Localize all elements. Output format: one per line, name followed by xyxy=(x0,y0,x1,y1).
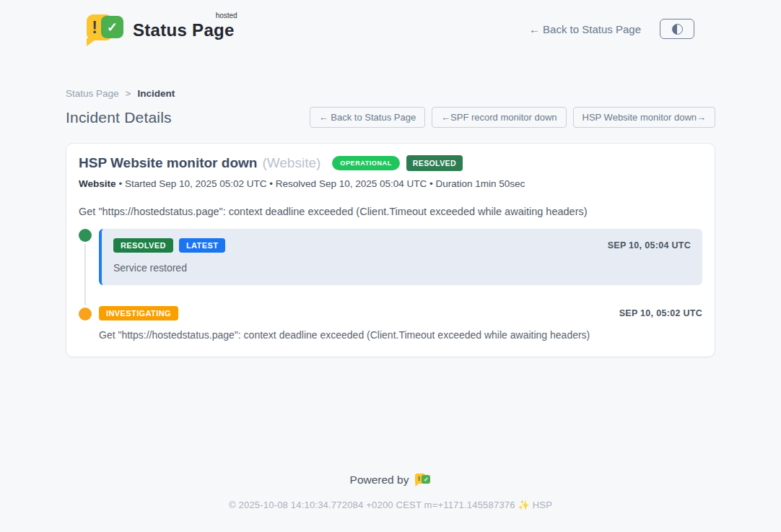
page-title: Incident Details xyxy=(66,109,172,126)
incident-service-name: Website xyxy=(79,178,116,189)
incident-nav-buttons: ← Back to Status Page ←SPF record monito… xyxy=(310,107,715,128)
theme-toggle-button[interactable] xyxy=(660,19,694,39)
powered-by-label: Powered by xyxy=(350,474,409,487)
timeline-item-resolved: RESOLVED LATEST SEP 10, 05:04 UTC Servic… xyxy=(79,229,702,285)
timeline-dot-column xyxy=(79,306,92,320)
copyright-text: © 2025-10-08 14:10:34.772084 +0200 CEST … xyxy=(0,500,781,510)
breadcrumb-status-page[interactable]: Status Page xyxy=(66,88,119,99)
header: ! ✓ Status Page hosted ← Back to Status … xyxy=(0,0,781,48)
timeline-highlighted-box: RESOLVED LATEST SEP 10, 05:04 UTC Servic… xyxy=(99,229,702,285)
header-actions: ← Back to Status Page xyxy=(529,19,694,39)
timeline-badge-row: INVESTIGATING SEP 10, 05:02 UTC xyxy=(99,306,702,320)
breadcrumb-incident: Incident xyxy=(137,88,175,99)
brand-name: Status Page xyxy=(133,20,235,40)
timeline-timestamp: SEP 10, 05:02 UTC xyxy=(619,308,702,318)
breadcrumb-separator: > xyxy=(126,88,131,99)
timeline-dot-column xyxy=(79,229,92,242)
incident-meta: Website• Started Sep 10, 2025 05:02 UTC … xyxy=(79,178,702,189)
timeline-message: Service restored xyxy=(113,262,691,274)
brand-logo[interactable]: ! ✓ Status Page hosted xyxy=(87,12,235,46)
timeline-timestamp: SEP 10, 05:04 UTC xyxy=(608,240,691,250)
timeline-entry-content: RESOLVED LATEST SEP 10, 05:04 UTC Servic… xyxy=(99,229,702,285)
incident-card: HSP Website monitor down (Website) OPERA… xyxy=(66,143,715,357)
statuspage-logo-icon[interactable]: ! ✓ xyxy=(415,472,431,487)
incident-meta-details: • Started Sep 10, 2025 05:02 UTC • Resol… xyxy=(119,178,525,189)
previous-incident-button[interactable]: ←SPF record monitor down xyxy=(432,107,566,128)
exclamation-icon: ! xyxy=(416,474,422,484)
checkmark-icon: ✓ xyxy=(101,16,123,38)
timeline-dot-orange xyxy=(79,308,92,320)
next-incident-button[interactable]: HSP Website monitor down→ xyxy=(573,107,715,128)
checkmark-icon: ✓ xyxy=(422,475,430,484)
investigating-badge: INVESTIGATING xyxy=(99,306,178,320)
contrast-half-circle-icon xyxy=(672,24,683,35)
resolved-status-badge: RESOLVED xyxy=(406,155,463,171)
latest-badge: LATEST xyxy=(179,238,225,253)
powered-by-row: Powered by ! ✓ xyxy=(0,472,781,487)
exclamation-icon: ! xyxy=(88,14,101,40)
incident-title-row: HSP Website monitor down (Website) OPERA… xyxy=(79,155,702,171)
brand-superscript: hosted xyxy=(216,12,237,19)
incident-title: HSP Website monitor down xyxy=(79,155,257,171)
footer: Powered by ! ✓ © 2025-10-08 14:10:34.772… xyxy=(0,472,781,510)
timeline-message: Get "https://hostedstatus.page": context… xyxy=(99,329,702,341)
timeline-badge-row: RESOLVED LATEST SEP 10, 05:04 UTC xyxy=(113,238,691,253)
title-row: Incident Details ← Back to Status Page ←… xyxy=(66,107,715,128)
header-back-to-status-page-link[interactable]: ← Back to Status Page xyxy=(529,23,641,35)
incident-scope: (Website) xyxy=(262,155,320,171)
incident-timeline: RESOLVED LATEST SEP 10, 05:04 UTC Servic… xyxy=(79,229,702,341)
back-to-status-page-button[interactable]: ← Back to Status Page xyxy=(310,107,425,128)
breadcrumb: Status Page > Incident xyxy=(66,88,715,99)
operational-status-badge: OPERATIONAL xyxy=(332,156,399,170)
statuspage-logo-icon: ! ✓ xyxy=(87,12,124,46)
timeline-item-investigating: INVESTIGATING SEP 10, 05:02 UTC Get "htt… xyxy=(79,306,702,341)
timeline-entry-content: INVESTIGATING SEP 10, 05:02 UTC Get "htt… xyxy=(99,306,702,341)
brand-text: Status Page hosted xyxy=(133,12,235,40)
main-content: Status Page > Incident Incident Details … xyxy=(66,88,715,357)
incident-description: Get "https://hostedstatus.page": context… xyxy=(79,206,702,217)
resolved-badge: RESOLVED xyxy=(113,238,173,253)
timeline-dot-green xyxy=(79,229,92,242)
